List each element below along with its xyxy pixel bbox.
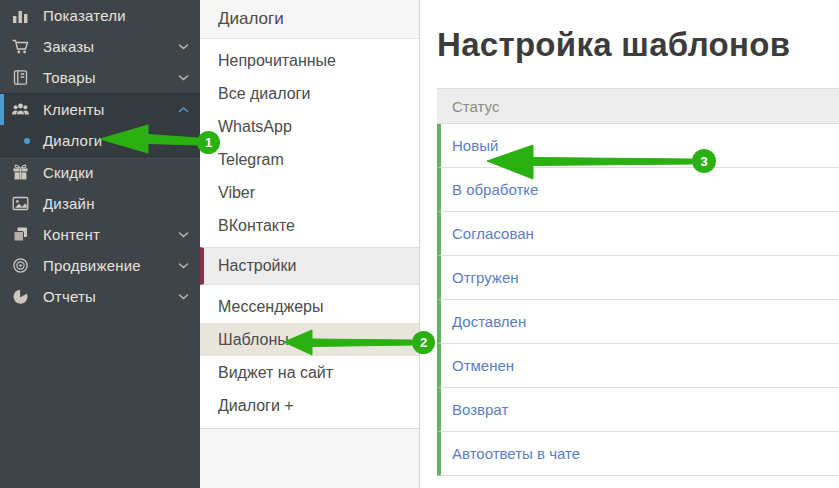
sidebar-item-label: Скидки xyxy=(43,164,94,181)
sidebar-item-skidki[interactable]: Скидки xyxy=(0,157,200,188)
status-table: Статус Новый В обработке Согласован Отгр… xyxy=(437,88,839,476)
status-link[interactable]: Доставлен xyxy=(452,313,526,330)
sidebar-item-tovary[interactable]: Товары xyxy=(0,62,200,93)
submenu-item-telegram[interactable]: Telegram xyxy=(200,143,419,176)
sidebar-item-label: Диалоги xyxy=(43,132,102,149)
gift-icon xyxy=(11,163,30,182)
submenu-item-neprochitannye[interactable]: Непрочитанные xyxy=(200,44,419,77)
status-row-otgruzhen[interactable]: Отгружен xyxy=(437,256,839,300)
pie-chart-icon xyxy=(11,287,30,306)
status-link[interactable]: Согласован xyxy=(452,225,534,242)
sidebar-group-klienty: Клиенты Диалоги xyxy=(0,93,200,157)
submenu-item-messendzhery[interactable]: Мессенджеры xyxy=(200,290,419,323)
status-link[interactable]: Новый xyxy=(452,137,498,154)
sidebar-item-otchety[interactable]: Отчеты xyxy=(0,281,200,312)
status-link[interactable]: В обработке xyxy=(452,181,538,198)
clients-icon xyxy=(11,100,30,119)
layers-icon xyxy=(11,225,30,244)
submenu-section-nastrojki: Настройки xyxy=(200,247,419,285)
submenu-item-vidzhet-na-sajt[interactable]: Виджет на сайт xyxy=(200,356,419,389)
status-link[interactable]: Автоответы в чате xyxy=(452,445,580,462)
status-row-avtootvety-v-chate[interactable]: Автоответы в чате xyxy=(437,432,839,476)
sidebar-item-label: Показатели xyxy=(43,7,126,24)
sidebar-item-label: Дизайн xyxy=(43,195,95,212)
chevron-down-icon xyxy=(178,74,189,81)
dialogs-submenu: Диалоги Непрочитанные Все диалоги WhatsA… xyxy=(200,0,420,488)
status-row-dostavlen[interactable]: Доставлен xyxy=(437,300,839,344)
sidebar-item-kontent[interactable]: Контент xyxy=(0,219,200,250)
sidebar-item-label: Отчеты xyxy=(43,288,96,305)
sidebar-item-dizajn[interactable]: Дизайн xyxy=(0,188,200,219)
bar-chart-icon xyxy=(11,6,30,25)
status-link[interactable]: Отменен xyxy=(452,357,514,374)
status-row-v-obrabotke[interactable]: В обработке xyxy=(437,168,839,212)
chevron-down-icon xyxy=(178,231,189,238)
status-row-novyj[interactable]: Новый xyxy=(437,124,839,168)
status-link[interactable]: Отгружен xyxy=(452,269,519,286)
sidebar-item-label: Продвижение xyxy=(43,257,141,274)
active-bullet-icon xyxy=(24,138,30,144)
page-title: Настройка шаблонов xyxy=(437,26,839,64)
submenu-item-vkontakte[interactable]: ВКонтакте xyxy=(200,209,419,242)
submenu-item-vse-dialogi[interactable]: Все диалоги xyxy=(200,77,419,110)
sidebar-item-label: Контент xyxy=(43,226,100,243)
sidebar-item-pokazateli[interactable]: Показатели xyxy=(0,0,200,31)
chevron-up-icon xyxy=(178,106,189,113)
status-row-otmenen[interactable]: Отменен xyxy=(437,344,839,388)
image-icon xyxy=(11,194,30,213)
sidebar-item-zakazy[interactable]: Заказы xyxy=(0,31,200,62)
main-sidebar: Показатели Заказы Товары xyxy=(0,0,200,488)
cart-icon xyxy=(11,37,30,56)
status-row-vozvrat[interactable]: Возврат xyxy=(437,388,839,432)
chevron-down-icon xyxy=(178,43,189,50)
sidebar-item-label: Товары xyxy=(43,69,96,86)
sidebar-item-prodvizhenie[interactable]: Продвижение xyxy=(0,250,200,281)
sidebar-item-label: Заказы xyxy=(43,38,94,55)
submenu-item-viber[interactable]: Viber xyxy=(200,176,419,209)
admin-app: Показатели Заказы Товары xyxy=(0,0,839,488)
submenu-item-dialogi-plus[interactable]: Диалоги + xyxy=(200,389,419,422)
status-column-header: Статус xyxy=(437,88,839,124)
status-link[interactable]: Возврат xyxy=(452,401,508,418)
chevron-down-icon xyxy=(178,293,189,300)
submenu-item-whatsapp[interactable]: WhatsApp xyxy=(200,110,419,143)
status-row-soglasovan[interactable]: Согласован xyxy=(437,212,839,256)
target-icon xyxy=(11,256,30,275)
main-content: Настройка шаблонов Статус Новый В обрабо… xyxy=(420,0,839,488)
sidebar-item-label: Клиенты xyxy=(43,101,105,118)
chevron-down-icon xyxy=(178,262,189,269)
sidebar-item-dialogi[interactable]: Диалоги xyxy=(0,125,200,156)
products-icon xyxy=(11,68,30,87)
sidebar-item-klienty[interactable]: Клиенты xyxy=(0,94,200,125)
dialogs-submenu-list: Диалоги Непрочитанные Все диалоги WhatsA… xyxy=(200,0,419,429)
submenu-item-shablony[interactable]: Шаблоны xyxy=(200,323,419,356)
submenu-title: Диалоги xyxy=(200,0,419,39)
